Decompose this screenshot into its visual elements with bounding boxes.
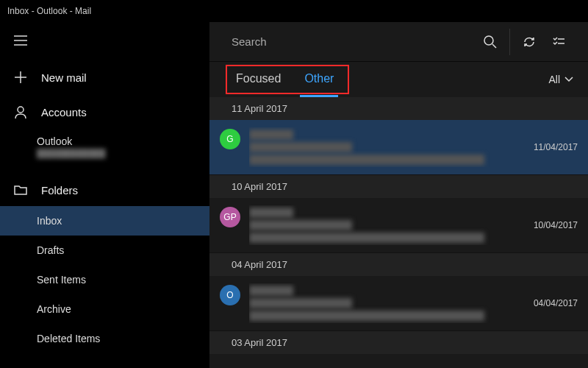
refresh-button[interactable] — [514, 27, 544, 57]
message-list: 11 April 2017G11/04/201710 April 2017GP1… — [209, 97, 588, 354]
date-group-header: 10 April 2017 — [209, 175, 588, 198]
message-row[interactable]: G11/04/2017 — [209, 120, 588, 175]
folder-inbox[interactable]: Inbox — [0, 206, 209, 236]
checklist-icon — [552, 35, 565, 49]
new-mail-label: New mail — [41, 71, 87, 84]
svg-point-6 — [484, 36, 493, 45]
search-input[interactable]: Search — [232, 35, 267, 48]
date-group-header: 04 April 2017 — [209, 253, 588, 276]
message-date: 11/04/2017 — [534, 142, 578, 152]
folders-header[interactable]: Folders — [0, 174, 209, 206]
date-group-header: 03 April 2017 — [209, 331, 588, 354]
settings-button[interactable] — [544, 27, 573, 57]
divider — [509, 29, 510, 55]
message-preview — [249, 283, 525, 323]
hamburger-button[interactable] — [0, 22, 209, 59]
search-icon — [484, 35, 497, 49]
account-item-outlook[interactable]: Outlook ████████████ — [0, 128, 209, 165]
search-button[interactable] — [476, 27, 505, 57]
folder-icon — [13, 185, 28, 195]
message-preview — [249, 127, 525, 167]
search-bar: Search — [209, 22, 588, 62]
refresh-icon — [523, 35, 536, 49]
message-date: 10/04/2017 — [534, 220, 578, 230]
folder-archive[interactable]: Archive — [0, 294, 209, 324]
message-preview — [249, 205, 525, 245]
title-bar: Inbox - Outlook - Mail — [0, 0, 588, 22]
account-name: Outlook — [37, 135, 72, 147]
person-icon — [13, 105, 28, 118]
accounts-label: Accounts — [41, 106, 87, 118]
avatar: O — [220, 285, 240, 305]
avatar: G — [220, 129, 240, 149]
accounts-header[interactable]: Accounts — [0, 96, 209, 128]
account-email-redacted: ████████████ — [37, 149, 106, 158]
chevron-down-icon — [564, 77, 573, 82]
folder-drafts[interactable]: Drafts — [0, 236, 209, 265]
sidebar: New mail Accounts Outlook ████████████ F… — [0, 22, 209, 368]
new-mail-button[interactable]: New mail — [0, 59, 209, 96]
tab-focused[interactable]: Focused — [232, 62, 285, 97]
avatar: GP — [220, 207, 240, 227]
message-row[interactable]: O04/04/2017 — [209, 276, 588, 331]
tab-other[interactable]: Other — [300, 62, 338, 97]
window-title: Inbox - Outlook - Mail — [7, 6, 91, 16]
plus-icon — [13, 71, 28, 83]
message-pane: Search Focused Other All 11 April 2017G — [209, 22, 588, 368]
svg-line-7 — [492, 44, 496, 48]
folders-label: Folders — [41, 184, 78, 197]
svg-point-5 — [18, 107, 24, 113]
tabs-row: Focused Other All — [209, 62, 588, 97]
message-date: 04/04/2017 — [534, 298, 578, 308]
folder-sent[interactable]: Sent Items — [0, 265, 209, 294]
date-group-header: 11 April 2017 — [209, 97, 588, 120]
folder-deleted[interactable]: Deleted Items — [0, 324, 209, 353]
hamburger-icon — [13, 35, 28, 46]
filter-label: All — [548, 74, 560, 85]
filter-dropdown[interactable]: All — [548, 74, 573, 85]
message-row[interactable]: GP10/04/2017 — [209, 198, 588, 253]
